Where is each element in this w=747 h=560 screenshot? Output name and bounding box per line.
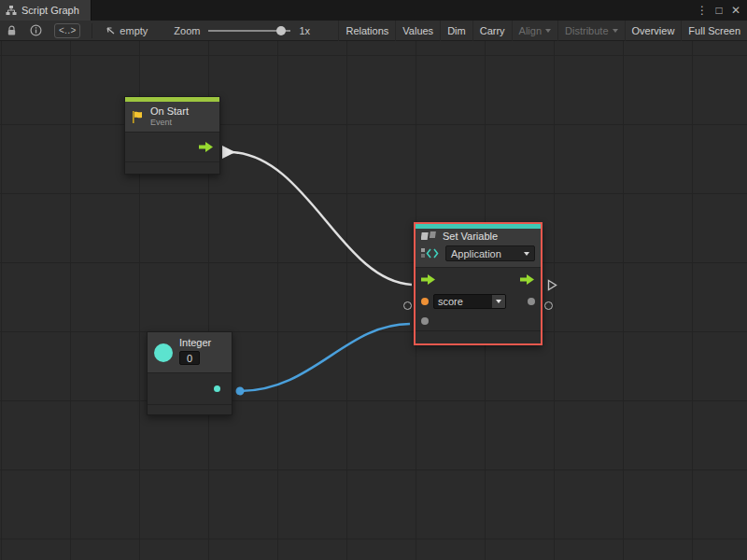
flow-connection-arrow-icon [222, 146, 235, 159]
toolbar-buttons: Relations Values Dim Carry Align Distrib… [338, 21, 747, 41]
menu-icon[interactable]: ⋮ [695, 0, 710, 21]
integer-type-icon [154, 343, 173, 362]
tab-script-graph[interactable]: Script Graph [0, 0, 92, 21]
flow-connection[interactable] [231, 152, 412, 285]
variable-scope-icon [421, 247, 440, 259]
dim-button[interactable]: Dim [440, 21, 472, 41]
code-preview-icon[interactable]: <‥> [54, 23, 80, 38]
window-controls: ⋮ □ ✕ [695, 0, 747, 21]
connections-layer [0, 41, 747, 560]
zoom-control: Zoom 1x [174, 25, 310, 36]
lock-icon[interactable] [0, 21, 23, 41]
zoom-slider[interactable] [208, 30, 290, 32]
flow-input-port[interactable] [421, 274, 436, 285]
integer-value-field[interactable]: 0 [179, 351, 200, 365]
distribute-button[interactable]: Distribute [557, 21, 624, 41]
name-input-port[interactable] [421, 298, 429, 305]
scope-dropdown-value: Application [451, 248, 501, 259]
value-connection-dot-icon [236, 387, 245, 396]
flag-icon [131, 110, 145, 124]
scope-dropdown[interactable]: Application [445, 245, 535, 261]
node-title: On Start [150, 105, 189, 117]
chevron-down-icon [524, 252, 529, 256]
chevron-down-icon [492, 295, 505, 308]
overview-button[interactable]: Overview [625, 21, 682, 41]
info-icon[interactable] [23, 21, 49, 41]
unconnected-port-icon[interactable] [403, 301, 412, 310]
graph-breadcrumb[interactable]: empty [98, 25, 153, 36]
zoom-value: 1x [299, 25, 310, 36]
variables-icon [421, 231, 437, 242]
graph-canvas[interactable]: On Start Event Set Variable [0, 41, 747, 560]
fullscreen-button[interactable]: Full Screen [681, 21, 747, 41]
node-integer[interactable]: Integer 0 [147, 331, 233, 415]
node-title: Integer [179, 337, 211, 348]
value-input-port[interactable] [421, 317, 429, 325]
close-icon[interactable]: ✕ [728, 0, 743, 21]
chevron-down-icon [613, 29, 618, 33]
value-output-port[interactable] [528, 298, 535, 305]
toolbar: <‥> empty Zoom 1x Relations Values Dim C… [0, 21, 747, 41]
flow-output-port[interactable] [199, 142, 214, 152]
tab-title: Script Graph [21, 5, 79, 16]
integer-output-port[interactable] [214, 385, 220, 392]
maximize-icon[interactable]: □ [712, 0, 726, 21]
variable-name-dropdown[interactable]: score [433, 294, 506, 309]
unconnected-port-icon[interactable] [544, 301, 553, 310]
graph-pointer-icon [104, 25, 116, 35]
values-button[interactable]: Values [395, 21, 440, 41]
value-connection[interactable] [240, 324, 410, 391]
toolbar-separator [92, 23, 92, 38]
script-graph-window: Script Graph ⋮ □ ✕ <‥> empty Zoom 1 [0, 0, 747, 560]
variable-name-value: score [434, 295, 492, 308]
align-button[interactable]: Align [512, 21, 557, 41]
breadcrumb-label: empty [120, 25, 148, 36]
carry-button[interactable]: Carry [472, 21, 512, 41]
node-on-start[interactable]: On Start Event [124, 96, 220, 175]
flow-output-port[interactable] [520, 274, 535, 285]
node-title: Set Variable [443, 231, 498, 242]
node-set-variable[interactable]: Set Variable Application [414, 222, 543, 345]
unconnected-flow-icon[interactable] [547, 279, 557, 291]
zoom-label: Zoom [174, 25, 200, 36]
node-subtitle: Event [150, 117, 189, 128]
relations-button[interactable]: Relations [338, 21, 395, 41]
title-bar: Script Graph ⋮ □ ✕ [0, 0, 747, 21]
chevron-down-icon [545, 29, 551, 33]
graph-icon [6, 5, 17, 16]
zoom-slider-handle[interactable] [276, 26, 286, 35]
